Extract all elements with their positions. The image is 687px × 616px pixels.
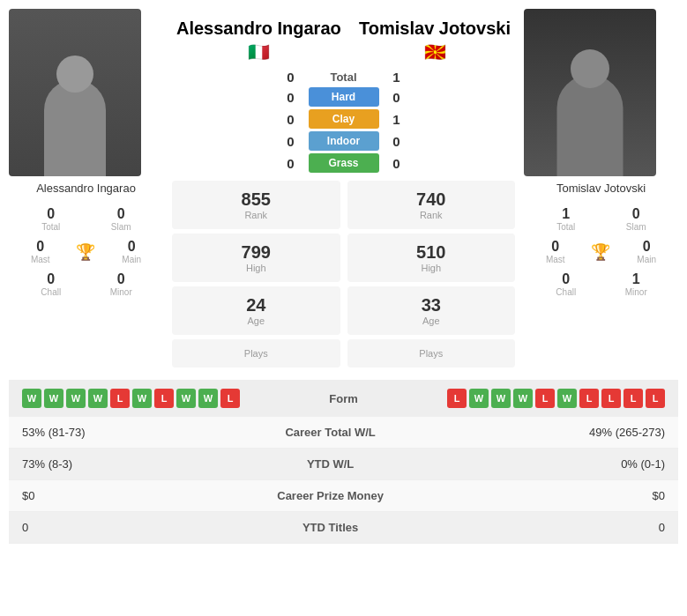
indoor-score-row: 0 Indoor 0 [172, 131, 515, 151]
prize-row: $0 Career Prize Money $0 [9, 480, 678, 512]
right-form-badge-w: W [491, 389, 511, 408]
left-hard-score: 0 [282, 90, 300, 105]
right-age-box: 33 Age [347, 286, 516, 335]
left-mast-stat: 0 Mast [31, 239, 50, 264]
hard-score-row: 0 Hard 0 [172, 87, 515, 107]
left-ytd-titles: 0 [9, 512, 193, 544]
ytd-wl-row: 73% (8-3) YTD W/L 0% (0-1) [9, 449, 678, 480]
right-stat-boxes: 740 Rank 510 High 33 Age Plays [347, 181, 516, 367]
right-trophy-row: 0 Mast 🏆 0 Main [524, 236, 678, 267]
left-prize: $0 [9, 480, 193, 512]
left-plays-box: Plays [172, 339, 340, 367]
left-slam-value: 0 Slam [88, 206, 155, 232]
right-form-badge-l: L [535, 389, 555, 408]
left-main-stat: 0 Main [122, 239, 141, 264]
left-form-badge-w: W [88, 389, 108, 408]
right-bottom-stats: 0 Chall 1 Minor [524, 267, 678, 301]
left-player-stats: 0 Total 0 Slam [9, 202, 163, 236]
right-rank-box: 740 Rank [347, 181, 516, 229]
right-ytd-wl: 0% (0-1) [467, 449, 678, 480]
left-form-badge-l: L [110, 389, 130, 408]
left-form-badge-w: W [132, 389, 152, 408]
right-form-badge-l: L [646, 389, 665, 408]
left-header-info: Alessandro Ingarao 🇮🇹 [176, 18, 341, 63]
trophy-icon-left: 🏆 [76, 242, 95, 262]
right-form-badge-w: W [513, 389, 533, 408]
right-prize: $0 [467, 480, 678, 512]
right-player-stats: 1 Total 0 Slam [524, 202, 678, 236]
right-player-name: Tomislav Jotovski [524, 182, 678, 195]
clay-score-row: 0 Clay 1 [172, 109, 515, 129]
right-player-photo [524, 9, 656, 176]
right-hard-score: 0 [388, 90, 406, 105]
total-label: Total [309, 71, 379, 84]
left-clay-score: 0 [282, 112, 300, 127]
career-wl-label: Career Total W/L [193, 417, 467, 449]
left-stat-boxes: 855 Rank 799 High 24 Age Plays [172, 181, 340, 367]
right-form-badge-l: L [624, 389, 643, 408]
top-section: Alessandro Ingarao 0 Total 0 Slam 0 Mast… [9, 9, 678, 373]
indoor-badge: Indoor [309, 131, 379, 151]
right-chall-stat: 0 Chall [533, 271, 600, 297]
left-rank-box: 855 Rank [172, 181, 340, 229]
career-wl-row: 53% (81-73) Career Total W/L 49% (265-27… [9, 417, 678, 449]
stats-table: 53% (81-73) Career Total W/L 49% (265-27… [9, 417, 678, 544]
left-career-wl: 53% (81-73) [9, 417, 193, 449]
right-high-box: 510 High [347, 234, 516, 282]
grass-score-row: 0 Grass 0 [172, 153, 515, 173]
main-container: Alessandro Ingarao 0 Total 0 Slam 0 Mast… [0, 0, 687, 553]
right-minor-stat: 1 Minor [603, 271, 670, 297]
left-form-badge-w: W [176, 389, 196, 408]
total-score-row: 0 Total 1 [172, 70, 515, 85]
left-chall-stat: 0 Chall [18, 271, 85, 297]
form-section: WWWWLWLWWL Form LWWWLWLLLL [9, 380, 678, 417]
grass-badge: Grass [309, 153, 379, 173]
clay-badge: Clay [309, 109, 379, 129]
right-form-badge-w: W [469, 389, 489, 408]
left-form-badge-w: W [44, 389, 63, 408]
hard-badge: Hard [309, 87, 379, 107]
right-main-stat: 0 Main [637, 239, 656, 264]
left-grass-score: 0 [282, 156, 300, 171]
left-bottom-stats: 0 Chall 0 Minor [9, 267, 163, 301]
left-form-badge-w: W [22, 389, 41, 408]
left-player-card: Alessandro Ingarao 0 Total 0 Slam 0 Mast… [9, 9, 163, 373]
right-indoor-score: 0 [388, 134, 406, 149]
right-plays-box: Plays [347, 339, 516, 367]
right-player-card: Tomislav Jotovski 1 Total 0 Slam 0 Mast … [524, 9, 678, 373]
header-row: Alessandro Ingarao 🇮🇹 Tomislav Jotovski … [163, 9, 524, 67]
right-form-badge-l: L [579, 389, 599, 408]
right-header-info: Tomislav Jotovski 🇲🇰 [359, 18, 511, 63]
right-header-name: Tomislav Jotovski [359, 18, 511, 39]
left-high-box: 799 High [172, 234, 340, 282]
form-label: Form [329, 392, 358, 405]
left-age-box: 24 Age [172, 286, 340, 335]
right-form-badge-w: W [557, 389, 577, 408]
left-form-badge-l: L [220, 389, 240, 408]
left-form-badge-l: L [154, 389, 174, 408]
left-total-value: 0 Total [18, 206, 85, 232]
center-panel: Alessandro Ingarao 🇮🇹 Tomislav Jotovski … [163, 9, 524, 373]
left-form-badge-w: W [66, 389, 86, 408]
ytd-titles-label: YTD Titles [193, 512, 467, 544]
score-rows: 0 Total 1 0 Hard 0 0 Clay 1 0 [163, 70, 524, 173]
right-grass-score: 0 [388, 156, 406, 171]
right-ytd-titles: 0 [467, 512, 678, 544]
trophy-icon-right: 🏆 [591, 242, 610, 262]
right-flag: 🇲🇰 [359, 41, 511, 63]
stat-boxes-row: 855 Rank 799 High 24 Age Plays [163, 175, 524, 373]
left-player-name: Alessandro Ingarao [9, 182, 163, 195]
right-mast-stat: 0 Mast [546, 239, 565, 264]
right-form-badges: LWWWLWLLLL [447, 389, 665, 408]
prize-label: Career Prize Money [193, 480, 467, 512]
left-trophy-row: 0 Mast 🏆 0 Main [9, 236, 163, 267]
ytd-wl-label: YTD W/L [193, 449, 467, 480]
left-flag: 🇮🇹 [176, 41, 341, 63]
left-form-badges: WWWWLWLWWL [22, 389, 240, 408]
right-clay-score: 1 [388, 112, 406, 127]
right-total-score: 1 [388, 70, 406, 85]
left-player-photo [9, 9, 141, 176]
left-header-name: Alessandro Ingarao [176, 18, 341, 39]
right-total-stat: 1 Total [533, 206, 600, 232]
left-form-badge-w: W [198, 389, 218, 408]
